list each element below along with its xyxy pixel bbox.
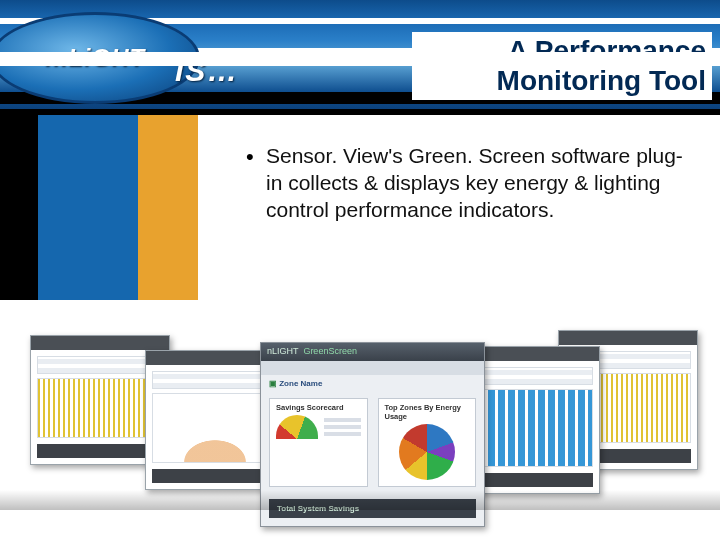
- logo-main: n.LiGHT: [45, 44, 145, 71]
- logo-text: n.LiGHT: [45, 44, 145, 72]
- bullet-item: Sensor. View's Green. Screen software pl…: [246, 143, 692, 224]
- slide-header: n.LiGHT IS… A Performance Monitoring Too…: [0, 0, 720, 115]
- card-energy-breakdown: Top Zones By Energy Usage: [378, 398, 477, 487]
- dashboard-brand-sub: GreenScreen: [303, 346, 357, 356]
- header-underline: [0, 109, 720, 115]
- content-row: Sensor. View's Green. Screen software pl…: [0, 115, 720, 320]
- pie-chart-icon: [399, 424, 455, 480]
- dashboard-brand: nLIGHT: [267, 346, 298, 356]
- dashboard-body: Savings Scorecard Top Zones By Energy Us…: [261, 392, 484, 493]
- thumb-titlebar: [31, 336, 169, 350]
- card-savings-scorecard: Savings Scorecard: [269, 398, 368, 487]
- accent-col-white: [198, 115, 228, 300]
- bullet-list: Sensor. View's Green. Screen software pl…: [228, 115, 720, 320]
- screenshot-row: nLIGHT GreenScreen ▣ Zone Name Savings S…: [0, 320, 720, 510]
- thumb-titlebar: [559, 331, 697, 345]
- thumb-footer: [467, 473, 593, 487]
- slide-title: A Performance Monitoring Tool: [422, 36, 706, 95]
- dashboard-zone-label: ▣ Zone Name: [261, 375, 484, 392]
- dashboard-tabs: [261, 361, 484, 375]
- card-title: Top Zones By Energy Usage: [385, 403, 470, 421]
- logo-tail: IS…: [175, 54, 239, 88]
- thumb-table: [467, 367, 593, 385]
- slide-bottom-shadow: [0, 490, 720, 510]
- logo-ellipse: n.LiGHT: [0, 12, 200, 104]
- accent-col-gold: [138, 115, 198, 300]
- gauge-icon: [276, 415, 318, 439]
- stat-bar: [324, 425, 361, 429]
- accent-col-blue: [38, 115, 138, 300]
- stat-bar: [324, 418, 361, 422]
- card-title: Savings Scorecard: [276, 403, 361, 412]
- slide-title-box: A Performance Monitoring Tool: [412, 32, 712, 104]
- stat-bar: [324, 432, 361, 436]
- accent-col-black: [0, 115, 38, 300]
- brand-logo: n.LiGHT IS…: [0, 8, 240, 108]
- thumb-chart: [467, 389, 593, 467]
- gauge-row: [276, 415, 361, 439]
- dashboard-header: nLIGHT GreenScreen: [261, 343, 484, 361]
